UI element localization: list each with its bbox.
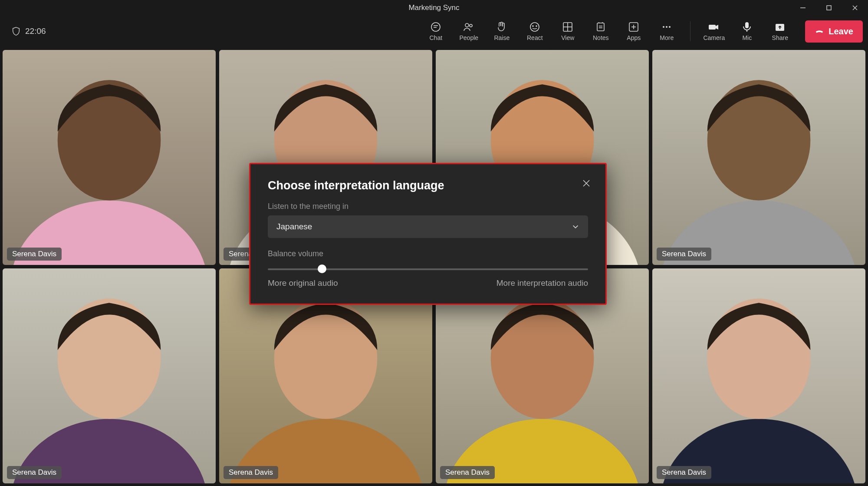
more-original-label: More original audio <box>268 278 338 288</box>
svg-point-25 <box>669 26 671 28</box>
minimize-icon <box>800 5 806 11</box>
leave-button[interactable]: Leave <box>805 20 863 43</box>
notes-button[interactable]: Notes <box>585 21 616 41</box>
maximize-icon <box>826 5 832 11</box>
people-icon <box>463 21 474 33</box>
notes-label: Notes <box>593 34 609 41</box>
share-label: Share <box>772 34 788 41</box>
svg-point-31 <box>58 80 161 200</box>
view-icon <box>562 21 573 33</box>
svg-rect-26 <box>745 22 749 28</box>
participant-video <box>3 50 216 265</box>
shield-icon <box>11 26 21 36</box>
apps-label: Apps <box>627 34 641 41</box>
participant-name: Serena Davis <box>7 466 62 479</box>
participant-name: Serena Davis <box>657 466 711 479</box>
participant-name: Serena Davis <box>7 248 62 261</box>
window-controls <box>790 0 868 16</box>
raise-label: Raise <box>494 34 510 41</box>
dialog-close-button[interactable] <box>579 176 593 190</box>
svg-point-52 <box>707 298 811 419</box>
svg-point-8 <box>470 24 472 27</box>
close-icon <box>582 179 591 188</box>
minimize-button[interactable] <box>790 0 816 17</box>
hangup-icon <box>815 26 824 36</box>
dialog-title: Choose interpretation language <box>268 179 588 192</box>
svg-point-9 <box>530 23 539 31</box>
camera-button[interactable]: Camera <box>698 21 730 41</box>
slider-end-labels: More original audio More interpretation … <box>268 278 588 288</box>
svg-point-7 <box>465 23 469 27</box>
maximize-button[interactable] <box>816 0 842 17</box>
participant-name: Serena Davis <box>657 248 711 261</box>
slider-thumb[interactable] <box>318 264 326 273</box>
svg-point-11 <box>536 26 537 26</box>
selected-language: Japanese <box>276 222 312 231</box>
people-button[interactable]: People <box>453 21 484 41</box>
toolbar-divider <box>690 21 690 41</box>
mic-icon <box>741 21 753 33</box>
participant-video <box>3 268 216 483</box>
window-title: Marketing Sync <box>408 3 459 12</box>
meeting-duration: 22:06 <box>11 26 46 36</box>
chevron-down-icon <box>572 223 579 231</box>
video-stage: Serena DavisSerena DavisSerena DavisSere… <box>0 47 868 486</box>
view-button[interactable]: View <box>552 21 583 41</box>
svg-point-46 <box>274 298 378 419</box>
participant-video <box>652 50 865 265</box>
more-button[interactable]: More <box>651 21 682 41</box>
camera-icon <box>708 21 720 33</box>
apps-icon <box>628 21 639 33</box>
leave-label: Leave <box>829 26 853 36</box>
titlebar: Marketing Sync <box>0 0 868 16</box>
interpretation-dialog: Choose interpretation language Listen to… <box>249 163 607 305</box>
react-icon <box>529 21 540 33</box>
app-frame: Marketing Sync 22:06 ChatPeopleRaiseReac… <box>0 0 868 486</box>
slider-track <box>268 268 588 270</box>
react-label: React <box>527 34 543 41</box>
camera-label: Camera <box>703 34 725 41</box>
participant-tile[interactable]: Serena Davis <box>652 50 865 265</box>
duration-text: 22:06 <box>25 26 46 36</box>
chat-button[interactable]: Chat <box>420 21 451 41</box>
participant-tile[interactable]: Serena Davis <box>3 268 216 483</box>
raise-button[interactable]: Raise <box>486 21 517 41</box>
svg-rect-1 <box>827 6 831 10</box>
share-icon <box>774 21 786 33</box>
close-window-button[interactable] <box>842 0 868 17</box>
mic-label: Mic <box>742 34 752 41</box>
more-interpretation-label: More interpretation audio <box>496 278 588 288</box>
people-label: People <box>459 34 478 41</box>
listen-in-label: Listen to the meeting in <box>268 202 588 211</box>
svg-point-40 <box>707 80 811 200</box>
svg-point-49 <box>491 298 594 419</box>
participant-tile[interactable]: Serena Davis <box>652 268 865 483</box>
view-label: View <box>561 34 574 41</box>
raise-icon <box>496 21 507 33</box>
svg-point-4 <box>431 23 440 31</box>
apps-button[interactable]: Apps <box>618 21 649 41</box>
participant-video <box>652 268 865 483</box>
mic-button[interactable]: Mic <box>731 21 763 41</box>
more-icon <box>661 21 672 33</box>
language-select[interactable]: Japanese <box>268 215 588 238</box>
notes-icon <box>595 21 606 33</box>
meeting-toolbar: 22:06 ChatPeopleRaiseReactViewNotesAppsM… <box>0 16 868 47</box>
participant-name: Serena Davis <box>440 466 495 479</box>
participant-name: Serena Davis <box>224 466 278 479</box>
react-button[interactable]: React <box>519 21 550 41</box>
balance-volume-label: Balance volume <box>268 249 588 258</box>
more-label: More <box>660 34 674 41</box>
close-icon <box>852 5 858 11</box>
svg-point-24 <box>666 26 667 28</box>
svg-point-10 <box>533 26 533 26</box>
participant-tile[interactable]: Serena Davis <box>3 50 216 265</box>
svg-rect-15 <box>597 23 604 31</box>
balance-slider[interactable] <box>268 268 588 271</box>
chat-label: Chat <box>429 34 442 41</box>
svg-point-23 <box>663 26 664 28</box>
svg-point-43 <box>58 298 161 419</box>
chat-icon <box>430 21 441 33</box>
share-button[interactable]: Share <box>764 21 796 41</box>
